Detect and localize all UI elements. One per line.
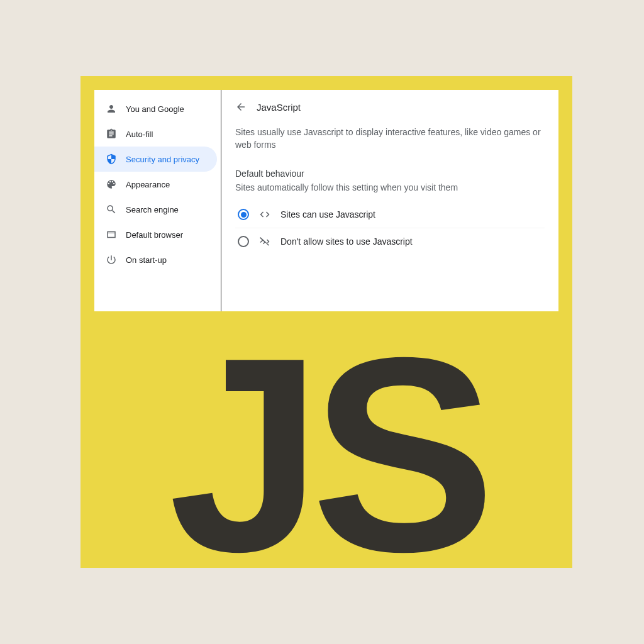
sidebar-item-appearance[interactable]: Appearance <box>94 172 217 197</box>
sidebar-item-you-and-google[interactable]: You and Google <box>94 96 217 121</box>
sidebar-item-label: Appearance <box>126 180 170 189</box>
sidebar-item-on-startup[interactable]: On start-up <box>94 247 217 272</box>
radio-unchecked-icon <box>238 236 249 247</box>
sidebar-item-security[interactable]: Security and privacy <box>94 147 217 172</box>
browser-icon <box>106 229 117 240</box>
sidebar-item-default-browser[interactable]: Default browser <box>94 222 217 247</box>
sidebar-item-autofill[interactable]: Auto-fill <box>94 121 217 147</box>
page-title: JavaScript <box>257 102 301 113</box>
settings-panel: You and Google Auto-fill Security and pr… <box>94 90 558 311</box>
settings-main: JavaScript Sites usually use Javascript … <box>221 90 558 311</box>
search-icon <box>106 204 117 215</box>
option-allow-js[interactable]: Sites can use Javascript <box>235 201 545 228</box>
section-subtitle: Sites automatically follow this setting … <box>235 182 545 192</box>
option-label: Sites can use Javascript <box>280 209 375 219</box>
code-icon <box>259 209 270 220</box>
sidebar-item-search-engine[interactable]: Search engine <box>94 197 217 222</box>
sidebar-item-label: On start-up <box>126 255 167 265</box>
code-off-icon <box>259 236 270 247</box>
sidebar-item-label: Search engine <box>126 205 179 214</box>
js-logo-text: JS <box>80 316 572 593</box>
sidebar-item-label: Auto-fill <box>126 130 153 139</box>
sidebar-item-label: You and Google <box>126 104 184 114</box>
power-icon <box>106 254 117 265</box>
js-yellow-card: You and Google Auto-fill Security and pr… <box>80 76 572 568</box>
sidebar-item-label: Security and privacy <box>126 155 199 164</box>
radio-checked-icon <box>238 209 249 220</box>
person-icon <box>106 103 117 114</box>
section-title: Default behaviour <box>235 169 545 179</box>
settings-sidebar: You and Google Auto-fill Security and pr… <box>94 90 221 311</box>
option-block-js[interactable]: Don't allow sites to use Javascript <box>235 228 545 255</box>
option-label: Don't allow sites to use Javascript <box>280 236 413 247</box>
back-arrow-icon[interactable] <box>235 101 247 113</box>
clipboard-icon <box>106 128 117 140</box>
palette-icon <box>106 179 117 190</box>
sidebar-item-label: Default browser <box>126 230 183 240</box>
page-description: Sites usually use Javascript to display … <box>235 126 545 151</box>
main-header: JavaScript <box>235 101 545 113</box>
shield-icon <box>106 153 117 165</box>
